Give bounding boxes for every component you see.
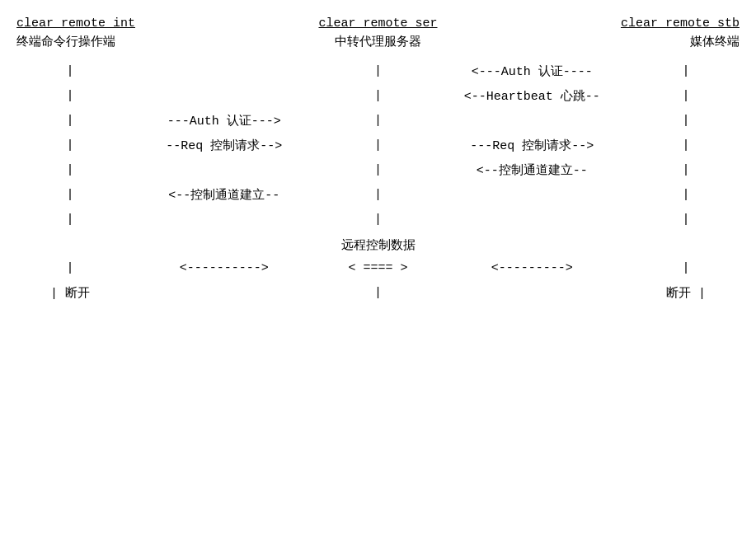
msg-heartbeat: <--Heartbeat 心跳-- (432, 88, 633, 104)
msg-auth-to-ser: ---Auth 认证---> (124, 113, 325, 129)
msg-req-to-stb: ---Req 控制请求--> (432, 138, 633, 153)
seq-row-disconnect: | 断开 | 断开 | (16, 281, 740, 304)
seq-row-ctrl-stb: | | <--控制通道建立-- | (16, 158, 740, 181)
msg-arrow-mid: < ==== > (325, 261, 432, 275)
pipe-right-8: | (632, 261, 740, 275)
header-row: clear_remote_int clear_remote_ser clear_… (16, 16, 740, 30)
msg-arrow-right: <---------> (432, 261, 633, 275)
pipe-right-4: | (632, 138, 740, 152)
pipe-right-6: | (632, 188, 740, 202)
pipe-left-1: | (16, 64, 124, 78)
pipe-left-7: | (16, 213, 124, 227)
seq-row-req-both: | --Req 控制请求--> | ---Req 控制请求--> | (16, 133, 740, 157)
pipe-left-4: | (16, 138, 124, 152)
msg-ctrl-stb: <--控制通道建立-- (432, 162, 633, 178)
header-clear-remote-stb: clear_remote_stb (575, 16, 740, 30)
pipe-left-2: | (16, 89, 124, 103)
sequence-diagram: clear_remote_int clear_remote_ser clear_… (16, 8, 740, 314)
msg-req-to-ser: --Req 控制请求--> (124, 138, 325, 153)
pipe-mid-9: | (325, 286, 432, 300)
subtitle-terminal: 终端命令行操作端 (16, 34, 181, 49)
pipe-left-5: | (16, 163, 124, 177)
seq-row-empty: | | | (16, 208, 740, 231)
subtitle-proxy: 中转代理服务器 (275, 34, 481, 49)
pipe-right-7: | (632, 213, 740, 227)
center-label-remote-data: 远程控制数据 (16, 237, 740, 253)
pipe-left-8: | (16, 261, 124, 275)
pipe-mid-2: | (325, 89, 432, 103)
msg-ctrl-int: <--控制通道建立-- (124, 187, 325, 203)
pipe-right-5: | (632, 163, 740, 177)
msg-arrow-left: <----------> (124, 261, 325, 275)
header-clear-remote-ser: clear_remote_ser (275, 16, 481, 30)
seq-row-auth-to-ser: | ---Auth 认证---> | | (16, 109, 740, 132)
msg-disconnect-left: | 断开 (16, 285, 124, 301)
pipe-left-3: | (16, 114, 124, 128)
pipe-mid-4: | (325, 138, 432, 152)
header-clear-remote-int: clear_remote_int (16, 16, 181, 30)
pipe-right-1: | (632, 64, 740, 78)
seq-row-arrows: | <----------> < ==== > <---------> | (16, 256, 740, 279)
seq-row-auth-from-stb: | | <---Auth 认证---- | (16, 59, 740, 82)
pipe-left-6: | (16, 188, 124, 202)
pipe-mid-1: | (325, 64, 432, 78)
subtitle-row: 终端命令行操作端 中转代理服务器 媒体终端 (16, 34, 740, 49)
pipe-right-3: | (632, 114, 740, 128)
pipe-mid-6: | (325, 188, 432, 202)
seq-row-ctrl-int: | <--控制通道建立-- | | (16, 183, 740, 206)
subtitle-media: 媒体终端 (575, 34, 740, 49)
msg-auth-from-stb: <---Auth 认证---- (432, 63, 633, 79)
seq-row-heartbeat: | | <--Heartbeat 心跳-- | (16, 84, 740, 107)
pipe-right-2: | (632, 89, 740, 103)
msg-disconnect-right: 断开 | (632, 285, 740, 301)
pipe-mid-5: | (325, 163, 432, 177)
pipe-mid-3: | (325, 114, 432, 128)
pipe-mid-7: | (325, 213, 432, 227)
sequence-area: | | <---Auth 认证---- | | | <--Heartbeat 心… (16, 59, 740, 304)
